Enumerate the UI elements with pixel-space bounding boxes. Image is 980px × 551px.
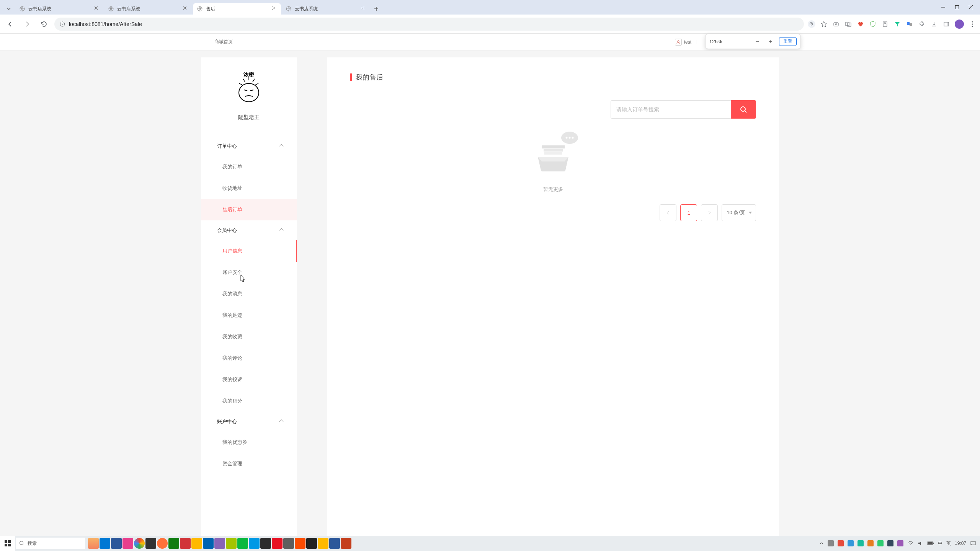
menu-group-title[interactable]: 会员中心 [201,220,297,240]
profile-avatar[interactable] [955,20,964,29]
menu-item[interactable]: 我的收藏 [201,326,297,347]
taskbar-app[interactable] [122,538,133,549]
browser-tab-0[interactable]: 云书店系统 [15,3,103,15]
tray-overflow-icon[interactable] [819,541,824,546]
reload-button[interactable] [38,18,51,31]
menu-group-title[interactable]: 账户中心 [201,412,297,432]
close-window-icon[interactable] [969,5,973,10]
home-link[interactable]: 商城首页 [214,39,233,45]
page-size-select[interactable]: 10 条/页 [722,204,756,221]
taskbar-app[interactable] [226,538,237,549]
battery-icon[interactable] [927,541,934,546]
menu-item[interactable]: 我的足迹 [201,305,297,326]
shield-icon[interactable] [869,20,877,28]
menu-item[interactable]: 我的订单 [201,156,297,178]
taskbar-app[interactable] [100,538,110,549]
taskbar-app[interactable] [306,538,317,549]
taskbar-app[interactable] [203,538,214,549]
minimize-icon[interactable] [941,5,946,10]
bookmarks-bar-icon[interactable] [881,20,889,28]
taskbar-app[interactable] [180,538,191,549]
taskbar-app[interactable] [329,538,340,549]
taskbar-app[interactable] [318,538,328,549]
taskbar-app[interactable] [157,538,168,549]
tabs-dropdown[interactable] [3,3,15,15]
filter-icon[interactable] [893,20,901,28]
address-bar[interactable]: localhost:8081/home/AfterSale [54,18,804,31]
menu-item[interactable]: 账户安全 [201,262,297,283]
menu-item[interactable]: 我的消息 [201,283,297,305]
taskbar-app[interactable] [237,538,248,549]
new-tab-button[interactable] [371,3,382,15]
taskbar-app[interactable] [88,538,99,549]
zoom-icon[interactable] [808,20,815,28]
taskbar-search[interactable]: 搜索 [16,538,85,549]
taskbar-app[interactable] [341,538,351,549]
ime-mode[interactable]: 中 [938,540,942,547]
pager-prev[interactable] [660,204,676,221]
menu-item[interactable]: 收货地址 [201,178,297,199]
zoom-out-button[interactable] [753,37,761,46]
translate2-icon[interactable] [906,20,913,28]
zoom-reset-button[interactable]: 重置 [779,37,797,46]
user-link[interactable]: test [675,39,691,46]
close-icon[interactable] [183,6,188,11]
extensions-icon[interactable] [918,20,926,28]
taskbar-app[interactable] [168,538,179,549]
notifications-icon[interactable] [970,540,976,546]
translate-icon[interactable] [844,20,852,28]
close-icon[interactable] [361,6,366,11]
menu-item[interactable]: 我的积分 [201,390,297,412]
taskbar-app[interactable] [295,538,305,549]
tray-icon[interactable] [848,540,854,546]
tray-icon[interactable] [858,540,864,546]
forward-button[interactable] [21,18,34,31]
menu-item[interactable]: 我的投诉 [201,369,297,390]
browser-tab-1[interactable]: 云书店系统 [104,3,192,15]
menu-item[interactable]: 资金管理 [201,453,297,474]
lens-icon[interactable] [832,20,840,28]
volume-icon[interactable] [917,540,923,546]
heart-icon[interactable] [857,20,864,28]
taskbar-app[interactable] [134,538,145,549]
clock[interactable]: 19:07 [955,541,966,546]
ime-lang[interactable]: 英 [946,540,951,547]
taskbar-app[interactable] [111,538,122,549]
close-icon[interactable] [272,6,277,11]
tray-icon[interactable] [838,540,844,546]
taskbar-app[interactable] [145,538,156,549]
pager-page-1[interactable]: 1 [680,204,697,221]
maximize-icon[interactable] [955,5,959,10]
tray-icon[interactable] [887,540,893,546]
taskbar-app[interactable] [214,538,225,549]
taskbar-app[interactable] [283,538,294,549]
site-info-icon[interactable] [60,21,65,27]
pager-next[interactable] [701,204,718,221]
wifi-icon[interactable] [907,540,913,546]
tray-icon[interactable] [828,540,834,546]
taskbar-app[interactable] [191,538,202,549]
order-search-input[interactable] [611,100,731,119]
download-icon[interactable] [930,20,938,28]
tray-icon[interactable] [897,540,903,546]
menu-item[interactable]: 用户信息 [201,240,297,262]
bookmark-star-icon[interactable] [820,20,828,28]
taskbar-app[interactable] [249,538,260,549]
back-button[interactable] [4,18,17,31]
sidepanel-icon[interactable] [942,20,950,28]
menu-group-title[interactable]: 订单中心 [201,136,297,156]
browser-tab-3[interactable]: 云书店系统 [282,3,370,15]
menu-item[interactable]: 售后订单 [201,199,297,220]
taskbar-app[interactable] [260,538,271,549]
tray-icon[interactable] [877,540,884,546]
tray-icon[interactable] [867,540,874,546]
menu-item[interactable]: 我的评论 [201,347,297,369]
search-button[interactable] [731,100,756,119]
taskbar-app[interactable] [272,538,283,549]
kebab-menu-icon[interactable] [969,20,976,28]
zoom-in-button[interactable] [766,37,774,46]
menu-item[interactable]: 我的优惠券 [201,432,297,453]
start-button[interactable] [0,536,15,551]
close-icon[interactable] [94,6,100,11]
browser-tab-2[interactable]: 售后 [193,3,281,15]
